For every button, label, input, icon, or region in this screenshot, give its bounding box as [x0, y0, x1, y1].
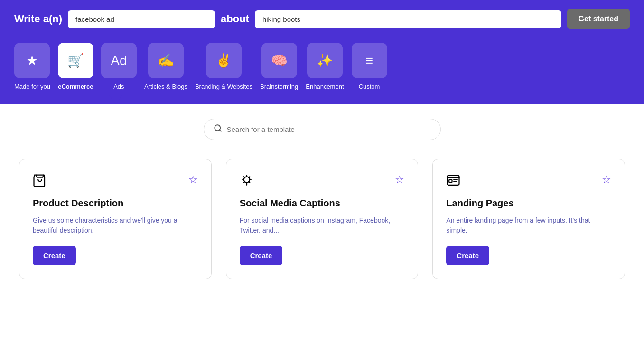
main-content: ☆ Product Description Give us some chara… — [0, 104, 644, 293]
category-label-brainstorming: Brainstorming — [260, 83, 298, 90]
category-item-articles-blogs[interactable]: ✍Articles & Blogs — [144, 43, 187, 95]
card-product-description: ☆ Product Description Give us some chara… — [19, 159, 212, 279]
svg-rect-13 — [449, 180, 452, 183]
card-title-social-media-captions: Social Media Captions — [240, 198, 405, 209]
card-title-product-description: Product Description — [33, 198, 198, 209]
card-favorite-social-media-captions[interactable]: ☆ — [395, 174, 404, 186]
header-about-label: about — [221, 13, 249, 25]
svg-line-9 — [243, 182, 244, 183]
header-title: Write a(n) — [14, 13, 62, 25]
category-icon-branding-websites: ✌ — [206, 43, 242, 78]
category-icon-brainstorming: 🧠 — [261, 43, 297, 78]
category-item-ecommerce[interactable]: 🛒eCommerce — [58, 43, 93, 95]
category-item-brainstorming[interactable]: 🧠Brainstorming — [260, 43, 298, 95]
search-icon — [214, 124, 222, 135]
card-description-product-description: Give us some characteristics and we'll g… — [33, 215, 198, 235]
category-label-enhancement: Enhancement — [306, 83, 344, 90]
card-favorite-landing-pages[interactable]: ☆ — [602, 174, 611, 186]
cards-grid: ☆ Product Description Give us some chara… — [19, 159, 625, 279]
category-label-articles-blogs: Articles & Blogs — [144, 83, 187, 90]
category-item-made-for-you[interactable]: ★Made for you — [14, 43, 50, 95]
category-icon-ads: Ad — [101, 43, 137, 78]
content-type-input[interactable] — [68, 10, 215, 28]
card-description-landing-pages: An entire landing page from a few inputs… — [446, 215, 611, 235]
card-create-button-product-description[interactable]: Create — [33, 246, 76, 265]
card-create-button-social-media-captions[interactable]: Create — [240, 246, 283, 265]
card-social-media-captions: ☆ Social Media Captions For social media… — [226, 159, 419, 279]
search-container — [19, 119, 625, 140]
nav-arrow-container — [0, 95, 644, 104]
category-label-branding-websites: Branding & Websites — [195, 83, 252, 90]
search-box — [204, 119, 441, 140]
svg-line-10 — [249, 182, 250, 183]
svg-line-1 — [219, 130, 221, 131]
category-item-ads[interactable]: AdAds — [101, 43, 137, 95]
category-icon-custom: ≡ — [352, 43, 387, 78]
category-label-ecommerce: eCommerce — [58, 83, 93, 90]
svg-line-7 — [243, 177, 244, 177]
card-create-button-landing-pages[interactable]: Create — [446, 246, 489, 265]
subject-input[interactable] — [255, 10, 561, 28]
card-icon-landing-pages — [446, 174, 460, 191]
category-nav: ★Made for you🛒eCommerceAdAds✍Articles & … — [0, 38, 644, 95]
card-icon-product-description — [33, 174, 47, 191]
category-item-branding-websites[interactable]: ✌Branding & Websites — [195, 43, 252, 95]
category-icon-articles-blogs: ✍ — [148, 43, 184, 78]
category-label-ads: Ads — [113, 83, 124, 90]
card-icon-social-media-captions — [240, 174, 254, 191]
category-icon-made-for-you: ★ — [14, 43, 50, 78]
category-item-enhancement[interactable]: ✨Enhancement — [306, 43, 344, 95]
header: Write a(n) about Get started — [0, 0, 644, 38]
card-top-social-media-captions: ☆ — [240, 174, 405, 191]
search-input[interactable] — [227, 125, 431, 133]
category-icon-enhancement: ✨ — [307, 43, 343, 78]
card-favorite-product-description[interactable]: ☆ — [188, 174, 198, 186]
category-item-custom[interactable]: ≡Custom — [352, 43, 387, 95]
card-title-landing-pages: Landing Pages — [446, 198, 611, 209]
card-top-product-description: ☆ — [33, 174, 198, 191]
get-started-button[interactable]: Get started — [567, 9, 630, 29]
card-top-landing-pages: ☆ — [446, 174, 611, 191]
category-label-made-for-you: Made for you — [14, 83, 50, 90]
category-label-custom: Custom — [359, 83, 380, 90]
card-landing-pages: ☆ Landing Pages An entire landing page f… — [432, 159, 625, 279]
nav-arrow-indicator — [109, 95, 122, 104]
category-icon-ecommerce: 🛒 — [58, 43, 93, 78]
card-description-social-media-captions: For social media captions on Instagram, … — [240, 215, 405, 235]
svg-line-8 — [249, 177, 250, 177]
